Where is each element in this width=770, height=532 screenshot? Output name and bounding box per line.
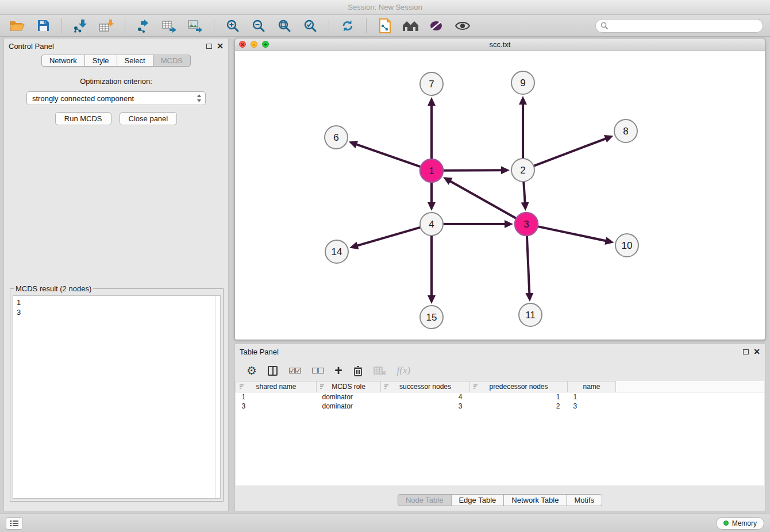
delete-column-button[interactable]	[353, 365, 363, 376]
task-history-button[interactable]	[6, 517, 23, 530]
deselect-all-button[interactable]: ☐☐	[311, 366, 324, 375]
toolbar-separator	[125, 18, 125, 33]
graph-edge-3-11[interactable]	[527, 236, 530, 294]
zoom-selected-button[interactable]	[300, 17, 321, 35]
add-column-button[interactable]: +	[334, 364, 342, 377]
graph-node-label: 15	[426, 312, 437, 323]
graph-edge-3-10[interactable]	[538, 226, 607, 241]
stepper-icon	[197, 94, 202, 103]
graph-edge-3-1[interactable]	[449, 181, 516, 219]
tab-mcds[interactable]: MCDS	[153, 55, 191, 67]
window-minimize-icon[interactable]: −	[251, 41, 257, 48]
close-panel-icon[interactable]: ✕	[217, 42, 224, 50]
run-mcds-button[interactable]: Run MCDS	[55, 112, 111, 125]
tab-network[interactable]: Network	[41, 55, 85, 67]
selected-criterion: strongly connected component	[32, 94, 197, 103]
zoom-fit-button[interactable]	[274, 17, 295, 35]
float-panel-icon[interactable]	[743, 349, 749, 354]
result-scrollbar[interactable]	[215, 296, 216, 498]
gear-icon: ⚙	[247, 364, 257, 377]
export-image-button[interactable]	[185, 17, 206, 35]
tab-select[interactable]: Select	[117, 55, 153, 67]
mcds-result-box[interactable]: 1 3	[13, 295, 221, 499]
control-panel-tabs: Network Style Select MCDS	[41, 55, 191, 67]
network-canvas[interactable]: 7968124314101511	[234, 51, 765, 340]
tab-style[interactable]: Style	[84, 55, 117, 67]
table-settings-button[interactable]: ⚙	[247, 364, 257, 377]
network-graph[interactable]: 7968124314101511	[235, 51, 765, 340]
graph-node-label: 2	[520, 165, 525, 176]
network-view-icon	[378, 18, 392, 33]
graph-node-label: 7	[429, 79, 434, 90]
tab-edge-table[interactable]: Edge Table	[451, 494, 504, 506]
network-view-window: scc.txt ✕ − + 7968124314101511	[234, 38, 765, 340]
open-folder-icon	[10, 20, 25, 32]
zoom-out-button[interactable]	[248, 17, 269, 35]
table-row[interactable]: 3dominator323	[236, 402, 765, 411]
show-details-button[interactable]	[452, 17, 473, 35]
search-input[interactable]	[611, 22, 758, 30]
table-cell[interactable]: 3	[568, 402, 616, 411]
column-header-mcds-role[interactable]: MCDS role	[317, 381, 381, 392]
graph-edge-4-14[interactable]	[357, 228, 421, 246]
close-panel-icon[interactable]: ✕	[753, 348, 760, 356]
graph-edge-arrowhead	[428, 97, 436, 106]
table-cell[interactable]: 2	[470, 402, 568, 411]
apply-style-button[interactable]	[426, 17, 447, 35]
import-network-icon	[73, 19, 88, 33]
graph-edge-2-3[interactable]	[523, 182, 525, 203]
table-row[interactable]: 1dominator411	[236, 392, 765, 402]
node-table[interactable]: shared name MCDS role successor nodes	[236, 381, 764, 485]
graph-node-label: 4	[429, 219, 434, 230]
function-builder-button: f(x)	[397, 365, 411, 376]
network-view-button[interactable]	[375, 17, 395, 35]
table-cell[interactable]: 1	[470, 392, 568, 402]
graph-edge-1-2[interactable]	[443, 170, 502, 171]
open-session-button[interactable]	[7, 17, 28, 35]
show-columns-button[interactable]	[268, 366, 278, 376]
export-table-button[interactable]	[159, 17, 180, 35]
tab-node-table[interactable]: Node Table	[398, 494, 452, 506]
search-field[interactable]	[595, 19, 763, 33]
table-cell[interactable]: 3	[236, 402, 317, 411]
memory-button[interactable]: Memory	[716, 517, 764, 530]
plus-icon: +	[334, 364, 342, 377]
graph-edge-arrowhead	[349, 141, 358, 148]
column-header-name[interactable]: name	[568, 381, 616, 392]
close-panel-button[interactable]: Close panel	[120, 112, 178, 125]
import-table-button[interactable]	[96, 17, 117, 35]
zoom-in-icon	[226, 19, 240, 33]
window-close-icon[interactable]: ✕	[239, 41, 246, 48]
select-all-button[interactable]: ☑☑	[288, 366, 301, 375]
table-cell[interactable]: 4	[381, 392, 470, 402]
zoom-in-button[interactable]	[222, 17, 243, 35]
table-cell[interactable]: 3	[381, 402, 470, 411]
column-header-shared-name[interactable]: shared name	[236, 381, 317, 392]
graph-edge-1-6[interactable]	[356, 144, 421, 167]
column-header-predecessor-nodes[interactable]: predecessor nodes	[470, 381, 568, 392]
save-session-button[interactable]	[33, 17, 53, 35]
tab-motifs[interactable]: Motifs	[566, 494, 602, 506]
table-panel: Table Panel ✕ ⚙ ☑☑ ☐☐ +	[234, 344, 765, 511]
toolbar-separator	[61, 18, 62, 33]
table-cell[interactable]: 1	[568, 392, 616, 402]
sort-icon	[319, 384, 325, 390]
mcds-result-line: 1	[17, 298, 217, 307]
network-window-titlebar[interactable]: scc.txt ✕ − +	[234, 38, 765, 51]
float-panel-icon[interactable]	[206, 44, 212, 49]
unchecked-boxes-icon: ☐☐	[311, 366, 324, 375]
tab-network-table[interactable]: Network Table	[503, 494, 567, 506]
column-header-successor-nodes[interactable]: successor nodes	[381, 381, 470, 392]
table-cell[interactable]: dominator	[317, 402, 381, 411]
first-neighbors-button[interactable]	[401, 17, 421, 35]
graph-edge-arrowhead	[525, 293, 533, 302]
graph-edge-2-8[interactable]	[534, 138, 607, 166]
apply-layout-button[interactable]	[337, 17, 358, 35]
import-network-button[interactable]	[70, 17, 91, 35]
table-cell[interactable]: 1	[236, 392, 317, 402]
table-cell[interactable]: dominator	[317, 392, 381, 402]
export-network-button[interactable]	[133, 17, 154, 35]
optimization-criterion-select[interactable]: strongly connected component	[26, 91, 206, 105]
graph-node-label: 1	[429, 165, 434, 176]
window-zoom-icon[interactable]: +	[262, 41, 269, 48]
